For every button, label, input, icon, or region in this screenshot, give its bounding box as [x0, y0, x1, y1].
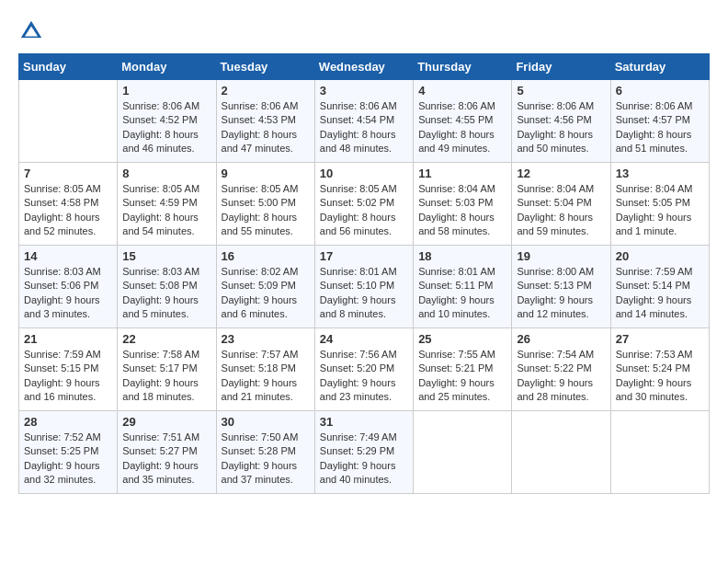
day-info: Sunrise: 7:55 AM Sunset: 5:21 PM Dayligh… [418, 348, 506, 405]
calendar-cell: 4Sunrise: 8:06 AM Sunset: 4:55 PM Daylig… [414, 80, 512, 163]
day-number: 22 [122, 332, 210, 346]
day-info: Sunrise: 8:06 AM Sunset: 4:56 PM Dayligh… [517, 99, 605, 156]
day-info: Sunrise: 8:00 AM Sunset: 5:13 PM Dayligh… [517, 265, 605, 322]
day-info: Sunrise: 7:54 AM Sunset: 5:22 PM Dayligh… [517, 348, 605, 405]
calendar-table: SundayMondayTuesdayWednesdayThursdayFrid… [18, 53, 710, 494]
calendar-cell: 15Sunrise: 8:03 AM Sunset: 5:08 PM Dayli… [118, 246, 216, 328]
calendar-cell: 21Sunrise: 7:59 AM Sunset: 5:15 PM Dayli… [19, 328, 118, 411]
day-info: Sunrise: 8:01 AM Sunset: 5:10 PM Dayligh… [320, 265, 408, 322]
day-number: 3 [320, 84, 408, 98]
calendar-cell: 22Sunrise: 7:58 AM Sunset: 5:17 PM Dayli… [118, 328, 216, 411]
day-info: Sunrise: 8:06 AM Sunset: 4:53 PM Dayligh… [222, 99, 310, 156]
day-info: Sunrise: 7:51 AM Sunset: 5:27 PM Dayligh… [122, 431, 210, 488]
day-info: Sunrise: 7:50 AM Sunset: 5:28 PM Dayligh… [222, 431, 310, 488]
calendar-cell: 7Sunrise: 8:05 AM Sunset: 4:58 PM Daylig… [19, 163, 118, 246]
day-info: Sunrise: 7:49 AM Sunset: 5:29 PM Dayligh… [320, 431, 408, 488]
day-info: Sunrise: 7:56 AM Sunset: 5:20 PM Dayligh… [320, 348, 408, 405]
day-number: 31 [320, 415, 408, 429]
calendar-cell: 6Sunrise: 8:06 AM Sunset: 4:57 PM Daylig… [610, 80, 709, 163]
logo [18, 18, 48, 44]
day-number: 17 [320, 249, 408, 263]
day-number: 28 [24, 415, 112, 429]
calendar-week-row: 28Sunrise: 7:52 AM Sunset: 5:25 PM Dayli… [19, 411, 710, 494]
day-number: 4 [418, 84, 506, 98]
day-number: 1 [122, 84, 210, 98]
day-info: Sunrise: 8:05 AM Sunset: 4:58 PM Dayligh… [24, 182, 112, 239]
day-number: 23 [222, 332, 310, 346]
day-info: Sunrise: 8:06 AM Sunset: 4:54 PM Dayligh… [320, 99, 408, 156]
calendar-cell: 30Sunrise: 7:50 AM Sunset: 5:28 PM Dayli… [216, 411, 314, 494]
day-number: 25 [418, 332, 506, 346]
calendar-cell: 2Sunrise: 8:06 AM Sunset: 4:53 PM Daylig… [216, 80, 314, 163]
calendar-cell: 27Sunrise: 7:53 AM Sunset: 5:24 PM Dayli… [610, 328, 709, 411]
day-number: 6 [616, 84, 704, 98]
day-number: 30 [222, 415, 310, 429]
weekday-header: Thursday [414, 54, 512, 80]
calendar-cell: 18Sunrise: 8:01 AM Sunset: 5:11 PM Dayli… [414, 246, 512, 328]
day-info: Sunrise: 8:06 AM Sunset: 4:57 PM Dayligh… [616, 99, 704, 156]
page-header [18, 18, 710, 44]
day-number: 12 [517, 167, 605, 180]
weekday-header: Friday [512, 54, 610, 80]
calendar-cell: 25Sunrise: 7:55 AM Sunset: 5:21 PM Dayli… [414, 328, 512, 411]
calendar-cell: 14Sunrise: 8:03 AM Sunset: 5:06 PM Dayli… [19, 246, 118, 328]
day-info: Sunrise: 8:05 AM Sunset: 4:59 PM Dayligh… [122, 182, 210, 239]
calendar-cell: 29Sunrise: 7:51 AM Sunset: 5:27 PM Dayli… [118, 411, 216, 494]
day-number: 7 [24, 167, 112, 180]
calendar-cell [512, 411, 610, 494]
day-info: Sunrise: 8:02 AM Sunset: 5:09 PM Dayligh… [222, 265, 310, 322]
calendar-cell [414, 411, 512, 494]
day-info: Sunrise: 8:01 AM Sunset: 5:11 PM Dayligh… [418, 265, 506, 322]
day-number: 13 [616, 167, 704, 180]
day-info: Sunrise: 8:03 AM Sunset: 5:06 PM Dayligh… [24, 265, 112, 322]
calendar-cell [19, 80, 118, 163]
calendar-week-row: 14Sunrise: 8:03 AM Sunset: 5:06 PM Dayli… [19, 246, 710, 328]
weekday-header: Wednesday [314, 54, 413, 80]
day-number: 9 [222, 167, 310, 180]
day-number: 27 [616, 332, 704, 346]
day-number: 18 [418, 249, 506, 263]
day-info: Sunrise: 8:04 AM Sunset: 5:05 PM Dayligh… [616, 182, 704, 239]
day-info: Sunrise: 8:05 AM Sunset: 5:00 PM Dayligh… [222, 182, 310, 239]
weekday-header: Tuesday [216, 54, 314, 80]
day-info: Sunrise: 8:04 AM Sunset: 5:03 PM Dayligh… [418, 182, 506, 239]
calendar-cell: 12Sunrise: 8:04 AM Sunset: 5:04 PM Dayli… [512, 163, 610, 246]
day-number: 2 [222, 84, 310, 98]
day-number: 10 [320, 167, 408, 180]
calendar-week-row: 21Sunrise: 7:59 AM Sunset: 5:15 PM Dayli… [19, 328, 710, 411]
day-info: Sunrise: 7:52 AM Sunset: 5:25 PM Dayligh… [24, 431, 112, 488]
calendar-cell: 1Sunrise: 8:06 AM Sunset: 4:52 PM Daylig… [118, 80, 216, 163]
day-number: 15 [122, 249, 210, 263]
day-info: Sunrise: 8:03 AM Sunset: 5:08 PM Dayligh… [122, 265, 210, 322]
calendar-cell: 19Sunrise: 8:00 AM Sunset: 5:13 PM Dayli… [512, 246, 610, 328]
calendar-cell: 20Sunrise: 7:59 AM Sunset: 5:14 PM Dayli… [610, 246, 709, 328]
calendar-cell: 10Sunrise: 8:05 AM Sunset: 5:02 PM Dayli… [314, 163, 413, 246]
calendar-cell: 13Sunrise: 8:04 AM Sunset: 5:05 PM Dayli… [610, 163, 709, 246]
day-number: 14 [24, 249, 112, 263]
calendar-cell: 17Sunrise: 8:01 AM Sunset: 5:10 PM Dayli… [314, 246, 413, 328]
day-number: 21 [24, 332, 112, 346]
calendar-cell: 9Sunrise: 8:05 AM Sunset: 5:00 PM Daylig… [216, 163, 314, 246]
weekday-header: Sunday [19, 54, 118, 80]
calendar-cell [610, 411, 709, 494]
day-info: Sunrise: 7:59 AM Sunset: 5:15 PM Dayligh… [24, 348, 112, 405]
day-info: Sunrise: 7:57 AM Sunset: 5:18 PM Dayligh… [222, 348, 310, 405]
day-info: Sunrise: 8:06 AM Sunset: 4:55 PM Dayligh… [418, 99, 506, 156]
day-info: Sunrise: 7:59 AM Sunset: 5:14 PM Dayligh… [616, 265, 704, 322]
logo-icon [18, 18, 44, 44]
day-info: Sunrise: 7:58 AM Sunset: 5:17 PM Dayligh… [122, 348, 210, 405]
day-number: 16 [222, 249, 310, 263]
weekday-header-row: SundayMondayTuesdayWednesdayThursdayFrid… [19, 54, 710, 80]
calendar-week-row: 1Sunrise: 8:06 AM Sunset: 4:52 PM Daylig… [19, 80, 710, 163]
day-info: Sunrise: 8:04 AM Sunset: 5:04 PM Dayligh… [517, 182, 605, 239]
day-info: Sunrise: 7:53 AM Sunset: 5:24 PM Dayligh… [616, 348, 704, 405]
calendar-cell: 23Sunrise: 7:57 AM Sunset: 5:18 PM Dayli… [216, 328, 314, 411]
day-number: 26 [517, 332, 605, 346]
calendar-cell: 28Sunrise: 7:52 AM Sunset: 5:25 PM Dayli… [19, 411, 118, 494]
calendar-cell: 5Sunrise: 8:06 AM Sunset: 4:56 PM Daylig… [512, 80, 610, 163]
day-info: Sunrise: 8:05 AM Sunset: 5:02 PM Dayligh… [320, 182, 408, 239]
day-number: 29 [122, 415, 210, 429]
day-number: 20 [616, 249, 704, 263]
weekday-header: Saturday [610, 54, 709, 80]
day-number: 5 [517, 84, 605, 98]
